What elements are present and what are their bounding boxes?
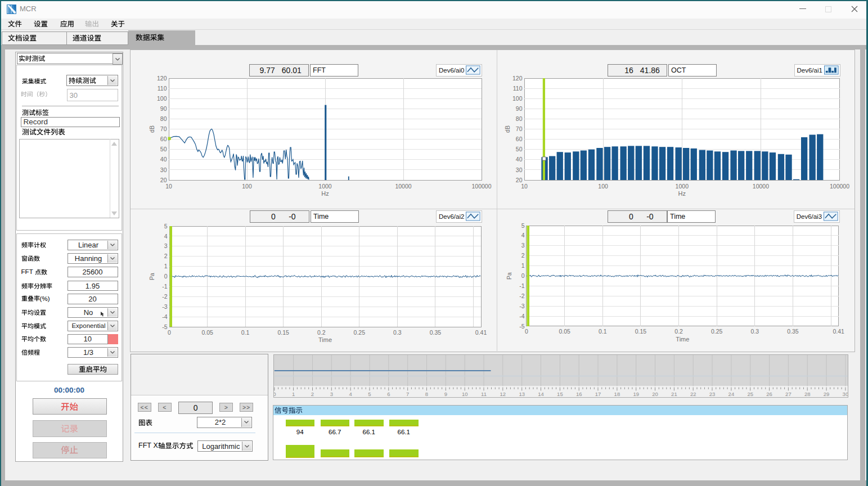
svg-text:17: 17 (595, 391, 601, 397)
svg-text:100: 100 (242, 183, 252, 190)
svg-text:8: 8 (425, 391, 428, 397)
svg-text:-3: -3 (519, 303, 524, 309)
svg-text:21: 21 (671, 391, 677, 397)
svg-text:0.25: 0.25 (711, 328, 723, 335)
svg-text:-2: -2 (519, 293, 524, 299)
svg-text:0.35: 0.35 (430, 328, 442, 335)
svg-text:10: 10 (165, 183, 172, 190)
svg-text:0: 0 (525, 328, 528, 335)
svg-text:-1: -1 (519, 283, 524, 289)
svg-text:1: 1 (291, 391, 294, 397)
svg-text:-5: -5 (519, 323, 524, 330)
svg-text:dB: dB (149, 125, 155, 133)
svg-text:27: 27 (785, 391, 791, 397)
svg-text:-4: -4 (162, 313, 167, 320)
svg-text:0.41: 0.41 (833, 328, 844, 335)
svg-text:30: 30 (160, 166, 167, 173)
svg-text:10000: 10000 (395, 183, 411, 190)
svg-text:12: 12 (500, 391, 506, 397)
svg-text:3: 3 (521, 242, 525, 249)
svg-text:14: 14 (538, 391, 544, 397)
svg-text:0.1: 0.1 (599, 328, 607, 335)
svg-text:2: 2 (521, 253, 525, 259)
svg-text:22: 22 (690, 391, 696, 397)
svg-text:Hz: Hz (678, 190, 685, 197)
svg-text:5: 5 (368, 391, 371, 397)
svg-text:60: 60 (515, 136, 522, 142)
svg-text:90: 90 (515, 105, 522, 112)
svg-text:110: 110 (512, 85, 522, 92)
svg-text:60: 60 (160, 136, 167, 142)
svg-text:4: 4 (349, 391, 352, 397)
svg-text:4: 4 (164, 232, 168, 239)
svg-text:20: 20 (652, 391, 658, 397)
svg-text:dB: dB (504, 125, 511, 133)
svg-text:0.3: 0.3 (751, 328, 759, 335)
svg-text:120: 120 (512, 75, 522, 82)
svg-text:30: 30 (842, 391, 848, 397)
svg-text:90: 90 (160, 105, 167, 112)
svg-text:1000: 1000 (318, 183, 332, 190)
svg-text:23: 23 (709, 391, 715, 397)
svg-text:100: 100 (512, 95, 522, 102)
svg-text:30: 30 (515, 166, 522, 173)
svg-text:13: 13 (519, 391, 525, 397)
svg-text:6: 6 (387, 391, 390, 397)
svg-text:40: 40 (160, 156, 167, 163)
svg-text:5: 5 (521, 223, 525, 229)
svg-text:-4: -4 (519, 313, 524, 320)
svg-text:100: 100 (598, 183, 608, 190)
svg-text:16: 16 (575, 391, 582, 397)
svg-text:0: 0 (164, 273, 168, 280)
svg-text:-2: -2 (162, 292, 167, 299)
svg-text:-3: -3 (162, 303, 167, 309)
svg-text:3: 3 (330, 391, 332, 397)
svg-text:0: 0 (274, 391, 276, 397)
svg-text:70: 70 (160, 125, 167, 132)
svg-text:3: 3 (164, 242, 168, 249)
svg-text:2: 2 (164, 253, 168, 259)
svg-text:7: 7 (406, 391, 409, 397)
svg-text:100: 100 (157, 95, 167, 102)
svg-text:10: 10 (461, 391, 467, 397)
svg-text:-5: -5 (162, 323, 167, 330)
svg-text:0.05: 0.05 (559, 328, 570, 335)
svg-text:29: 29 (823, 391, 829, 397)
svg-text:0: 0 (168, 328, 171, 335)
svg-text:110: 110 (158, 85, 167, 92)
svg-text:0.3: 0.3 (393, 328, 402, 335)
svg-text:50: 50 (160, 146, 167, 152)
svg-text:50: 50 (515, 146, 522, 152)
svg-text:Time: Time (318, 336, 332, 343)
svg-text:1: 1 (164, 263, 168, 269)
svg-text:5: 5 (164, 222, 168, 229)
svg-text:100000: 100000 (829, 183, 849, 190)
svg-text:1000: 1000 (675, 183, 689, 190)
svg-text:26: 26 (766, 391, 772, 397)
svg-text:Time: Time (676, 336, 689, 343)
svg-text:Pa: Pa (149, 272, 155, 280)
svg-text:Hz: Hz (321, 190, 329, 197)
svg-text:-1: -1 (162, 283, 167, 290)
svg-text:40: 40 (515, 156, 522, 163)
svg-text:24: 24 (728, 391, 734, 397)
svg-text:10: 10 (521, 183, 528, 190)
svg-text:0.1: 0.1 (241, 328, 250, 335)
svg-text:15: 15 (557, 391, 563, 397)
svg-text:80: 80 (515, 115, 522, 122)
svg-text:0.2: 0.2 (317, 328, 326, 335)
svg-text:70: 70 (515, 125, 522, 132)
svg-text:28: 28 (804, 391, 810, 397)
svg-text:0.05: 0.05 (201, 328, 213, 335)
svg-text:120: 120 (157, 75, 167, 82)
svg-text:18: 18 (614, 391, 620, 397)
svg-text:0.2: 0.2 (674, 328, 683, 335)
svg-text:0.15: 0.15 (277, 328, 289, 335)
svg-text:0: 0 (521, 273, 525, 279)
svg-text:10000: 10000 (752, 183, 768, 190)
svg-text:Pa: Pa (506, 272, 512, 280)
svg-text:0.35: 0.35 (787, 328, 799, 335)
svg-text:0.15: 0.15 (635, 328, 647, 335)
svg-text:80: 80 (160, 115, 167, 122)
svg-text:2: 2 (311, 391, 313, 397)
